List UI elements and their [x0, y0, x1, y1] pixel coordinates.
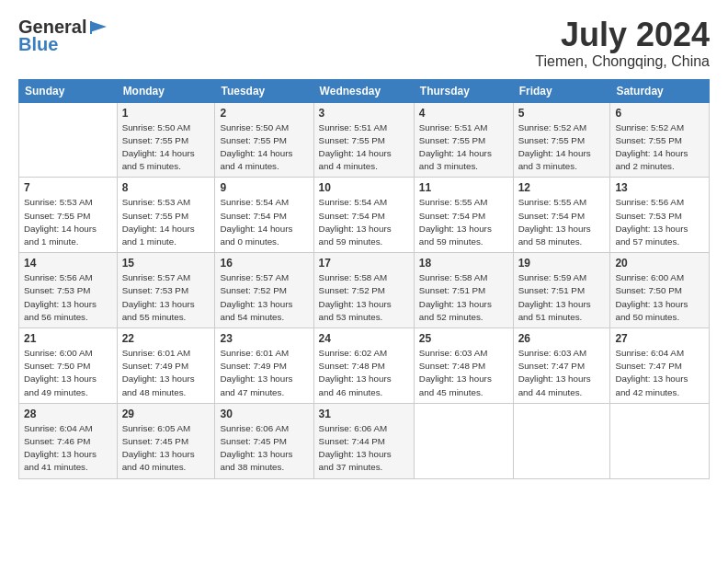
day-number: 31: [319, 408, 409, 420]
day-cell: 8Sunrise: 5:53 AMSunset: 7:55 PMDaylight…: [117, 178, 215, 253]
day-info: Sunrise: 5:50 AMSunset: 7:55 PMDaylight:…: [220, 121, 308, 174]
day-info: Sunrise: 5:57 AMSunset: 7:53 PMDaylight:…: [122, 271, 210, 324]
day-info: Sunrise: 6:00 AMSunset: 7:50 PMDaylight:…: [24, 347, 112, 399]
day-info: Sunrise: 6:03 AMSunset: 7:47 PMDaylight:…: [518, 347, 606, 399]
day-number: 22: [122, 332, 210, 345]
day-number: 3: [319, 107, 409, 120]
day-cell: 14Sunrise: 5:56 AMSunset: 7:53 PMDayligh…: [19, 253, 118, 328]
day-cell: 22Sunrise: 6:01 AMSunset: 7:49 PMDayligh…: [117, 328, 215, 404]
day-info: Sunrise: 5:57 AMSunset: 7:52 PMDaylight:…: [220, 271, 308, 324]
day-cell: 26Sunrise: 6:03 AMSunset: 7:47 PMDayligh…: [513, 328, 610, 404]
day-info: Sunrise: 6:00 AMSunset: 7:50 PMDaylight:…: [615, 271, 704, 324]
day-number: 30: [220, 408, 308, 420]
day-info: Sunrise: 5:59 AMSunset: 7:51 PMDaylight:…: [518, 271, 606, 324]
day-number: 15: [122, 257, 210, 270]
day-cell: 25Sunrise: 6:03 AMSunset: 7:48 PMDayligh…: [414, 328, 513, 404]
logo-blue-text: Blue: [18, 34, 58, 55]
day-number: 19: [518, 257, 606, 270]
day-number: 16: [220, 257, 308, 270]
svg-marker-0: [90, 21, 107, 32]
day-cell: 19Sunrise: 5:59 AMSunset: 7:51 PMDayligh…: [513, 253, 610, 328]
location-title: Tiemen, Chongqing, China: [535, 53, 710, 70]
day-cell: 13Sunrise: 5:56 AMSunset: 7:53 PMDayligh…: [610, 178, 710, 253]
weekday-header-sunday: Sunday: [19, 79, 118, 102]
day-cell: 10Sunrise: 5:54 AMSunset: 7:54 PMDayligh…: [313, 178, 414, 253]
week-row-2: 7Sunrise: 5:53 AMSunset: 7:55 PMDaylight…: [19, 178, 710, 253]
day-info: Sunrise: 5:56 AMSunset: 7:53 PMDaylight:…: [615, 196, 704, 248]
day-info: Sunrise: 6:01 AMSunset: 7:49 PMDaylight:…: [122, 347, 210, 399]
day-number: 9: [220, 181, 308, 194]
weekday-header-thursday: Thursday: [414, 79, 513, 102]
weekday-header-friday: Friday: [513, 79, 610, 102]
day-info: Sunrise: 5:52 AMSunset: 7:55 PMDaylight:…: [615, 121, 704, 174]
day-info: Sunrise: 6:03 AMSunset: 7:48 PMDaylight:…: [419, 347, 508, 399]
day-info: Sunrise: 6:02 AMSunset: 7:48 PMDaylight:…: [319, 347, 409, 399]
day-cell: 4Sunrise: 5:51 AMSunset: 7:55 PMDaylight…: [414, 102, 513, 178]
weekday-header-wednesday: Wednesday: [313, 79, 414, 102]
day-number: 17: [319, 257, 409, 270]
day-number: 23: [220, 332, 308, 345]
day-cell: 7Sunrise: 5:53 AMSunset: 7:55 PMDaylight…: [19, 178, 118, 253]
day-info: Sunrise: 5:58 AMSunset: 7:51 PMDaylight:…: [419, 271, 508, 324]
weekday-header-row: SundayMondayTuesdayWednesdayThursdayFrid…: [19, 79, 710, 102]
day-number: 24: [319, 332, 409, 345]
day-cell: 12Sunrise: 5:55 AMSunset: 7:54 PMDayligh…: [513, 178, 610, 253]
day-info: Sunrise: 6:01 AMSunset: 7:49 PMDaylight:…: [220, 347, 308, 399]
day-cell: 5Sunrise: 5:52 AMSunset: 7:55 PMDaylight…: [513, 102, 610, 178]
day-number: 14: [24, 257, 112, 270]
day-number: 20: [615, 257, 704, 270]
header: General Blue July 2024 Tiemen, Chongqing…: [18, 17, 710, 70]
day-info: Sunrise: 5:51 AMSunset: 7:55 PMDaylight:…: [319, 121, 409, 174]
day-info: Sunrise: 5:50 AMSunset: 7:55 PMDaylight:…: [122, 121, 210, 174]
day-info: Sunrise: 6:04 AMSunset: 7:47 PMDaylight:…: [615, 347, 704, 399]
weekday-header-tuesday: Tuesday: [215, 79, 313, 102]
day-cell: [513, 403, 610, 478]
day-cell: 21Sunrise: 6:00 AMSunset: 7:50 PMDayligh…: [19, 328, 118, 404]
day-info: Sunrise: 5:55 AMSunset: 7:54 PMDaylight:…: [518, 196, 606, 248]
day-cell: 1Sunrise: 5:50 AMSunset: 7:55 PMDaylight…: [117, 102, 215, 178]
week-row-5: 28Sunrise: 6:04 AMSunset: 7:46 PMDayligh…: [19, 403, 710, 478]
day-cell: 16Sunrise: 5:57 AMSunset: 7:52 PMDayligh…: [215, 253, 313, 328]
day-info: Sunrise: 5:52 AMSunset: 7:55 PMDaylight:…: [518, 121, 606, 174]
day-cell: 11Sunrise: 5:55 AMSunset: 7:54 PMDayligh…: [414, 178, 513, 253]
day-number: 1: [122, 107, 210, 120]
weekday-header-monday: Monday: [117, 79, 215, 102]
day-cell: 15Sunrise: 5:57 AMSunset: 7:53 PMDayligh…: [117, 253, 215, 328]
day-number: 12: [518, 181, 606, 194]
day-cell: 3Sunrise: 5:51 AMSunset: 7:55 PMDaylight…: [313, 102, 414, 178]
day-number: 6: [615, 107, 704, 120]
calendar-page: General Blue July 2024 Tiemen, Chongqing…: [0, 0, 728, 563]
day-info: Sunrise: 5:56 AMSunset: 7:53 PMDaylight:…: [24, 271, 112, 324]
calendar-table: SundayMondayTuesdayWednesdayThursdayFrid…: [18, 79, 710, 479]
day-cell: 27Sunrise: 6:04 AMSunset: 7:47 PMDayligh…: [610, 328, 710, 404]
day-info: Sunrise: 5:58 AMSunset: 7:52 PMDaylight:…: [319, 271, 409, 324]
day-number: 7: [24, 181, 112, 194]
day-info: Sunrise: 6:06 AMSunset: 7:45 PMDaylight:…: [220, 422, 308, 475]
day-info: Sunrise: 5:51 AMSunset: 7:55 PMDaylight:…: [419, 121, 508, 174]
weekday-header-saturday: Saturday: [610, 79, 710, 102]
day-cell: [610, 403, 710, 478]
day-number: 18: [419, 257, 508, 270]
week-row-3: 14Sunrise: 5:56 AMSunset: 7:53 PMDayligh…: [19, 253, 710, 328]
day-number: 11: [419, 181, 508, 194]
week-row-1: 1Sunrise: 5:50 AMSunset: 7:55 PMDaylight…: [19, 102, 710, 178]
day-cell: 18Sunrise: 5:58 AMSunset: 7:51 PMDayligh…: [414, 253, 513, 328]
day-cell: 31Sunrise: 6:06 AMSunset: 7:44 PMDayligh…: [313, 403, 414, 478]
day-cell: 24Sunrise: 6:02 AMSunset: 7:48 PMDayligh…: [313, 328, 414, 404]
day-number: 5: [518, 107, 606, 120]
day-number: 13: [615, 181, 704, 194]
week-row-4: 21Sunrise: 6:00 AMSunset: 7:50 PMDayligh…: [19, 328, 710, 404]
day-info: Sunrise: 6:04 AMSunset: 7:46 PMDaylight:…: [24, 422, 112, 475]
day-info: Sunrise: 5:55 AMSunset: 7:54 PMDaylight:…: [419, 196, 508, 248]
day-cell: [414, 403, 513, 478]
day-info: Sunrise: 5:53 AMSunset: 7:55 PMDaylight:…: [122, 196, 210, 248]
day-cell: 2Sunrise: 5:50 AMSunset: 7:55 PMDaylight…: [215, 102, 313, 178]
day-number: 29: [122, 408, 210, 420]
day-number: 26: [518, 332, 606, 345]
day-number: 4: [419, 107, 508, 120]
day-cell: [19, 102, 118, 178]
day-cell: 29Sunrise: 6:05 AMSunset: 7:45 PMDayligh…: [117, 403, 215, 478]
day-cell: 30Sunrise: 6:06 AMSunset: 7:45 PMDayligh…: [215, 403, 313, 478]
day-info: Sunrise: 5:54 AMSunset: 7:54 PMDaylight:…: [319, 196, 409, 248]
day-info: Sunrise: 5:53 AMSunset: 7:55 PMDaylight:…: [24, 196, 112, 248]
